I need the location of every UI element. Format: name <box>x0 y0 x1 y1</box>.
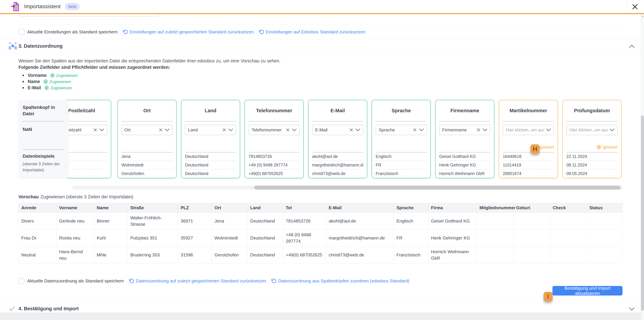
ignored-badge: ! ignoriert <box>596 145 618 150</box>
legend-value: NaN <box>23 121 64 150</box>
table-cell: christl73@web.de <box>326 246 394 263</box>
required-field-item: E-Mail ✓ Zugewiesen <box>22 85 78 91</box>
people-arrows-icon <box>8 41 18 51</box>
mapping-card-samples: DeutschlandDeutschlandDeutschland <box>185 152 236 178</box>
table-cell: 7814853726 <box>283 213 326 229</box>
divider <box>18 24 622 25</box>
table-cell <box>477 246 514 263</box>
sample-value: Englisch <box>376 152 427 161</box>
sample-value: +49(0) 687052625 <box>248 169 300 178</box>
field-select[interactable]: Sprache <box>376 125 427 135</box>
column-header: PLZ <box>178 203 212 213</box>
table-cell <box>587 246 623 263</box>
bullet-icon <box>22 87 24 89</box>
chevron-down-icon <box>228 128 233 131</box>
required-fields-list: Vorname ✓ Zugewiesen Name ✓ Zugewiesen E… <box>22 72 78 91</box>
check-circle-icon: ✓ <box>50 73 55 78</box>
clear-selection-icon[interactable] <box>222 128 226 132</box>
chevron-down-icon <box>100 128 104 131</box>
chevron-down-icon <box>165 128 170 131</box>
map-from-headers-link[interactable]: Datenzuordnung aus Spaltenköpfen zuordne… <box>271 278 409 283</box>
column-header: E-Mail <box>326 203 394 213</box>
chevron-up-icon[interactable] <box>629 45 634 48</box>
mapping-card: E-Mail E-Mail ! ignoriert akohl@aol.dema… <box>308 100 367 178</box>
close-icon <box>631 3 639 11</box>
assigned-badge: ✓ Zugewiesen <box>44 79 71 84</box>
beta-badge: beta <box>65 3 80 10</box>
clear-selection-icon[interactable] <box>158 128 163 132</box>
vertical-scrollbar[interactable] <box>641 14 644 320</box>
sample-value: 28951674 <box>503 169 554 178</box>
preview-title-rest: Zugewiesen (oberste 3 Zeilen der Importd… <box>40 194 133 199</box>
reset-mapping-saved-link[interactable]: Datenzuordnung auf zuletzt gespeicherten… <box>129 278 266 283</box>
clear-selection-icon[interactable] <box>93 128 98 132</box>
chevron-down-icon[interactable] <box>629 307 634 311</box>
dialog-header: Importassistent beta <box>0 0 644 13</box>
horizontal-scrollbar-thumb[interactable] <box>254 186 620 190</box>
table-cell <box>550 213 587 229</box>
table-cell <box>514 246 550 263</box>
undo-icon <box>271 278 276 283</box>
field-select[interactable]: Land <box>185 125 236 135</box>
mapping-card-title: Telefonnummer <box>248 100 300 121</box>
scroll-up-arrow-icon[interactable] <box>642 16 644 17</box>
confirm-import-button[interactable]: Bestätigung und Import aktualisieren <box>552 286 622 295</box>
table-cell: Hans-Bernd neu <box>56 246 94 263</box>
sample-value: 16449618 <box>503 152 554 161</box>
legend-card: Spaltenkopf in Datei NaN Datenbeispiele … <box>18 100 68 179</box>
table-row: Frau Dr.Rosita neuKuhlPutzplatz 35135927… <box>18 229 623 246</box>
column-header: Firma <box>428 203 477 213</box>
check-circle-icon: ✓ <box>44 86 49 90</box>
preview-table: AnredeVornameNameStraßePLZOrtLandTelE-Ma… <box>18 203 623 263</box>
field-select[interactable]: Hier klicken, um auszuw <box>566 125 618 135</box>
assigned-badge-label: Zugewiesen <box>56 73 78 78</box>
clear-selection-icon[interactable] <box>413 128 417 132</box>
table-cell: FR <box>394 229 428 246</box>
table-cell: Französisch <box>394 246 428 263</box>
mapping-card: Land Land ! ignoriert DeutschlandDeutsch… <box>181 100 240 178</box>
horizontal-scrollbar[interactable] <box>72 186 622 190</box>
field-select-value: Land <box>188 127 220 133</box>
warning-icon: ! <box>596 145 601 150</box>
sample-value: Französisch <box>376 169 427 178</box>
clear-selection-icon[interactable] <box>349 128 354 132</box>
close-button[interactable] <box>630 2 639 11</box>
bullet-icon <box>22 81 24 82</box>
save-mapping-checkbox[interactable] <box>18 278 24 284</box>
clear-selection-icon[interactable] <box>286 128 290 132</box>
field-select[interactable]: Firmenname <box>439 125 490 135</box>
reset-settings-edoobox-link[interactable]: Einstellungen auf Edoobox Standard zurüc… <box>259 29 366 35</box>
undo-icon <box>129 278 134 283</box>
clear-selection-icon[interactable] <box>476 128 481 132</box>
field-select[interactable]: Hier klicken, um auszuw <box>503 125 554 135</box>
table-cell: Neutral <box>18 246 56 263</box>
table-cell: Frau Dr. <box>18 229 56 246</box>
table-cell: Divers <box>18 213 56 229</box>
sample-value: christl73@web.de <box>312 169 363 178</box>
table-header-row: AnredeVornameNameStraßePLZOrtLandTelE-Ma… <box>18 203 623 213</box>
reset-settings-saved-link[interactable]: Einstellungen auf zuletzt gespeicherten … <box>123 29 254 35</box>
collapsed-section-edge <box>18 14 159 17</box>
sample-value: +49 (0) 9498 297774 <box>248 161 300 169</box>
field-select-value: Ort <box>124 127 156 133</box>
sample-value: Jena <box>122 152 172 161</box>
field-select[interactable]: E-Mail <box>312 125 363 135</box>
table-cell: akohl@aol.de <box>326 213 394 229</box>
table-cell: 31596 <box>178 246 212 263</box>
save-settings-checkbox[interactable] <box>18 29 24 35</box>
vertical-scrollbar-thumb[interactable] <box>641 116 644 310</box>
field-select-value: Hier klicken, um auszuw <box>506 127 544 133</box>
field-select[interactable]: Telefonnummer <box>248 125 300 135</box>
mapping-options-row: Aktuelle Datenzuordnung als Standard spe… <box>18 277 410 284</box>
annotation-marker-i: I <box>544 292 552 301</box>
assigned-badge: ✓ Zugewiesen <box>44 86 72 90</box>
table-cell: Deutschland <box>248 229 283 246</box>
chevron-down-icon <box>546 128 551 131</box>
required-field-item: Name ✓ Zugewiesen <box>22 79 78 85</box>
chevron-down-icon <box>356 128 360 131</box>
mapping-card-status: ! ignoriert <box>308 135 367 152</box>
table-cell <box>477 229 514 246</box>
column-header: Status <box>587 203 623 213</box>
field-select[interactable]: Ort <box>122 125 172 135</box>
field-select-value: E-Mail <box>315 127 347 133</box>
